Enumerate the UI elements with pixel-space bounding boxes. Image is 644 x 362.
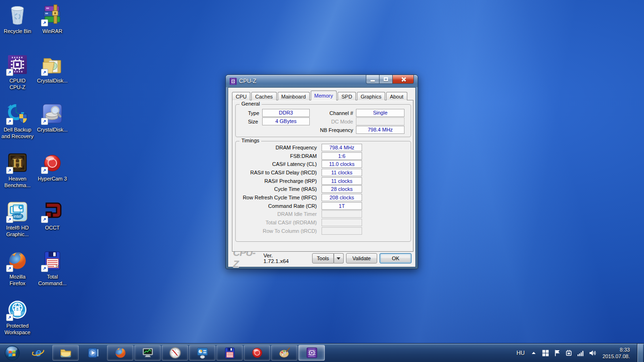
desktop-icon-firefox[interactable]: Mozilla Firefox [0, 249, 35, 287]
timings-legend: Timings [239, 138, 261, 143]
system-tray: HU 8:33 2015.07.08. [516, 344, 644, 362]
language-indicator[interactable]: HU [516, 350, 526, 356]
safely-remove-hardware-icon[interactable] [565, 349, 573, 357]
timing-value: 208 clocks [322, 194, 362, 201]
shortcut-arrow-icon [41, 167, 48, 174]
svg-text:intel: intel [14, 214, 22, 219]
general-legend: General [239, 101, 262, 107]
tray-date: 2015.07.08. [603, 353, 630, 360]
volume-icon[interactable] [589, 349, 596, 357]
taskbar-media-player[interactable] [80, 345, 106, 361]
taskbar-firefox[interactable] [107, 345, 133, 361]
desktop-icon-label: OCCT [31, 224, 74, 231]
desktop-icon-winrar[interactable]: WinRAR [35, 4, 70, 34]
desktop-icon-dell-backup[interactable]: Dell Backup and Recovery [0, 102, 35, 140]
validate-button[interactable]: Validate [346, 253, 378, 263]
taskbar-paint[interactable] [271, 345, 297, 361]
timing-value [322, 219, 362, 226]
timing-value: 11 clocks [322, 169, 362, 176]
desktop-icon-crystaldiskinfo[interactable]: CrystalDisk... [35, 102, 70, 133]
windows-update-tray-icon[interactable] [542, 349, 549, 357]
taskbar-cpuz-active[interactable] [298, 345, 325, 361]
taskbar-internet-explorer[interactable]: e [25, 345, 51, 361]
timing-label: Total CAS# (tRDRAM) [236, 220, 317, 225]
taskbar-total-commander[interactable] [216, 345, 243, 361]
nb-frequency-value: 798.4 MHz [356, 126, 405, 134]
taskbar-gauge-app[interactable] [162, 345, 188, 361]
minimize-button[interactable] [366, 75, 380, 84]
channel-label: Channel # [306, 110, 353, 116]
desktop-icon-label: Protected Workspace [0, 322, 39, 336]
tab-bar: CPU Caches Mainboard Memory SPD Graphics… [232, 90, 408, 100]
desktop-icon-cpuid-cpu-z[interactable]: CPUID CPU-Z [0, 53, 35, 90]
desktop-icon-total-commander[interactable]: 64 Total Command... [35, 249, 70, 287]
desktop-icon-protected-workspace[interactable]: Protected Workspace [0, 298, 35, 336]
shortcut-arrow-icon [41, 19, 48, 26]
desktop-icon-heaven-benchmark[interactable]: H Heaven Benchma... [0, 151, 35, 189]
protected-workspace-icon [6, 298, 29, 321]
action-center-flag-icon[interactable] [553, 349, 561, 357]
desktop-icon-label: CrystalDisk... [31, 126, 74, 133]
version-text: Ver. 1.72.1.x64 [264, 253, 297, 264]
tab-about[interactable]: About [386, 92, 407, 100]
firefox-icon [114, 346, 127, 359]
timing-label: Row Refresh Cycle Time (tRFC) [236, 195, 317, 200]
ok-button[interactable]: OK [380, 253, 412, 263]
desktop-icon-hypercam[interactable]: HyperCam 3 [35, 151, 70, 182]
taskbar-performance-monitor[interactable] [134, 345, 161, 361]
paint-palette-icon [278, 346, 291, 359]
tray-time: 8:33 [603, 346, 630, 353]
timing-label: RAS# to CAS# Delay (tRCD) [236, 170, 317, 175]
tab-mainboard[interactable]: Mainboard [278, 92, 310, 100]
tab-graphics[interactable]: Graphics [357, 92, 385, 100]
desktop-icon-label: HyperCam 3 [31, 175, 74, 182]
close-button[interactable] [392, 75, 414, 84]
tab-memory[interactable]: Memory [311, 90, 337, 100]
timing-value: 11 clocks [322, 177, 362, 185]
maximize-button[interactable] [380, 75, 392, 84]
cpuz-app-icon [230, 78, 237, 85]
tools-dropdown-arrow[interactable] [334, 253, 344, 263]
tools-button[interactable]: Tools [312, 253, 334, 263]
close-icon [401, 77, 406, 82]
desktop-icon-intel-hd-graphics[interactable]: intel Intel® HD Graphic... [0, 200, 35, 238]
shortcut-arrow-icon [6, 167, 13, 174]
recycle-bin-icon [6, 4, 29, 26]
timing-value [322, 210, 362, 218]
tab-spd[interactable]: SPD [338, 92, 356, 100]
shortcut-arrow-icon [6, 265, 13, 272]
hypercam-icon [41, 151, 64, 174]
cpuz-titlebar[interactable]: CPU-Z [226, 75, 418, 87]
crystaldiskmark-folder-icon [41, 53, 64, 76]
desktop-icon-occt[interactable]: OCCT [35, 200, 70, 231]
desktop-icon-crystaldiskmark[interactable]: CrystalDisk... [35, 53, 70, 84]
timing-label: DRAM Idle Timer [236, 211, 317, 217]
timing-label: RAS# Precharge (tRP) [236, 178, 317, 184]
show-hidden-icons-button[interactable] [530, 349, 537, 357]
taskbar-hypercam[interactable] [244, 345, 270, 361]
shortcut-arrow-icon [6, 216, 13, 223]
desktop-icon-recycle-bin[interactable]: Recycle Bin [0, 4, 35, 34]
shortcut-arrow-icon [6, 69, 13, 76]
desktop-icon-label: Total Command... [31, 273, 74, 287]
start-button[interactable] [0, 344, 25, 362]
taskbar-windows-explorer[interactable] [52, 345, 79, 361]
shortcut-arrow-icon [41, 265, 48, 272]
maximize-icon [384, 77, 388, 81]
crystaldiskinfo-icon [41, 102, 64, 125]
tab-cpu[interactable]: CPU [232, 92, 250, 100]
taskbar-intel-graphics-settings[interactable] [189, 345, 215, 361]
monitor-graph-icon [141, 346, 154, 359]
minimize-icon [371, 80, 375, 82]
network-signal-icon[interactable] [577, 349, 585, 357]
svg-text:64: 64 [56, 264, 59, 268]
tab-caches[interactable]: Caches [251, 92, 276, 100]
type-label: Type [248, 110, 259, 116]
winrar-icon [41, 4, 64, 26]
desktop-icon-label: WinRAR [31, 28, 74, 34]
timing-label: CAS# Latency (CL) [236, 161, 317, 167]
occt-icon [41, 200, 64, 223]
show-desktop-button[interactable] [637, 344, 643, 362]
clock[interactable]: 8:33 2015.07.08. [603, 346, 630, 360]
size-label: Size [248, 119, 258, 124]
